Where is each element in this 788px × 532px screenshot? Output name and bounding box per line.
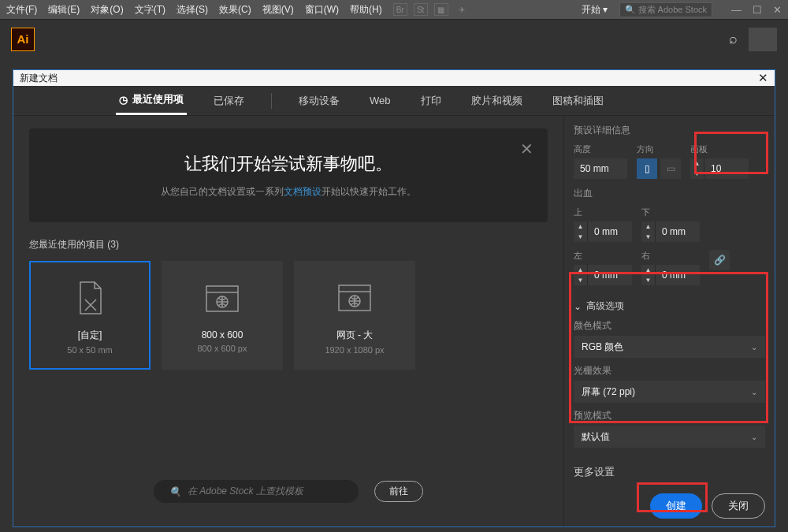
- orient-label: 方向: [637, 143, 681, 155]
- minimize-icon[interactable]: —: [731, 4, 742, 16]
- app-menubar: 文件(F) 编辑(E) 对象(O) 文字(T) 选择(S) 效果(C) 视图(V…: [0, 0, 788, 19]
- bleed-top[interactable]: ▲▼0 mm: [574, 221, 632, 242]
- go-button[interactable]: 前往: [374, 481, 423, 502]
- bleed-label: 出血: [574, 187, 765, 200]
- menu-object[interactable]: 对象(O): [91, 3, 123, 17]
- tab-film[interactable]: 胶片和视频: [468, 87, 526, 114]
- dialog-close-icon[interactable]: ✕: [758, 71, 768, 85]
- dialog-titlebar: 新建文档 ✕: [13, 70, 775, 86]
- maximize-icon[interactable]: ☐: [753, 4, 762, 16]
- doc-presets-link[interactable]: 文档预设: [284, 186, 322, 197]
- chevron-down-icon: ⌄: [751, 343, 757, 352]
- account-box[interactable]: [749, 28, 777, 51]
- preview-select[interactable]: 默认值⌄: [574, 426, 765, 448]
- chevron-down-icon: ⌄: [751, 433, 757, 441]
- app-logo: Ai: [11, 28, 35, 51]
- menu-effect[interactable]: 效果(C): [219, 3, 251, 17]
- chevron-down-icon: ⌄: [574, 301, 582, 312]
- stock-icon[interactable]: St: [414, 3, 428, 16]
- orient-portrait[interactable]: ▯: [637, 158, 657, 179]
- tab-art[interactable]: 图稿和插图: [549, 87, 607, 114]
- bleed-top-label: 上: [574, 206, 632, 218]
- color-mode-label: 颜色模式: [574, 319, 765, 333]
- tab-mobile[interactable]: 移动设备: [296, 87, 343, 114]
- bleed-bottom-label: 下: [641, 206, 700, 218]
- tab-web[interactable]: Web: [366, 88, 394, 113]
- intro-text: 从您自己的文档设置或一系列文档预设开始以快速开始工作。: [61, 185, 516, 199]
- preset-name: [自定]: [78, 329, 102, 342]
- web-doc-icon: [336, 277, 374, 319]
- chevron-down-icon: ⌄: [751, 388, 757, 396]
- close-button[interactable]: 关闭: [712, 493, 765, 519]
- intro-box: ✕ 让我们开始尝试新事物吧。 从您自己的文档设置或一系列文档预设开始以快速开始工…: [29, 128, 548, 222]
- app-header: Ai ⌕: [0, 19, 788, 58]
- tab-recent[interactable]: ◷最近使用项: [116, 86, 187, 115]
- step-up-icon[interactable]: ▲: [690, 158, 704, 169]
- advanced-toggle[interactable]: ⌄ 高级选项: [574, 299, 765, 313]
- preset-web-large[interactable]: 网页 - 大 1920 x 1080 px: [294, 261, 415, 370]
- bleed-right[interactable]: ▲▼0 mm: [641, 265, 700, 285]
- close-window-icon[interactable]: ✕: [773, 4, 782, 16]
- menu-select[interactable]: 选择(S): [177, 3, 208, 17]
- arrange-icon[interactable]: ▦: [434, 3, 448, 16]
- artboard-label: 画板: [690, 143, 749, 155]
- tab-print[interactable]: 打印: [418, 87, 444, 114]
- bridge-icon[interactable]: Br: [393, 3, 407, 16]
- template-search-bar: 🔍 在 Adobe Stock 上查找模板 前往: [29, 469, 548, 514]
- menu-file[interactable]: 文件(F): [6, 3, 37, 17]
- search-icon[interactable]: ⌕: [729, 31, 738, 47]
- web-doc-icon: [203, 277, 241, 320]
- bleed-left-label: 左: [574, 250, 632, 262]
- menu-edit[interactable]: 编辑(E): [48, 3, 80, 17]
- tab-saved[interactable]: 已保存: [210, 87, 247, 114]
- template-search-input[interactable]: 🔍 在 Adobe Stock 上查找模板: [154, 480, 359, 503]
- menu-view[interactable]: 视图(V): [262, 3, 294, 17]
- preset-custom[interactable]: [自定] 50 x 50 mm: [29, 261, 151, 370]
- menu-window[interactable]: 窗口(W): [305, 3, 339, 17]
- preset-name: 网页 - 大: [336, 329, 374, 342]
- menu-help[interactable]: 帮助(H): [350, 3, 382, 17]
- left-panel: ✕ 让我们开始尝试新事物吧。 从您自己的文档设置或一系列文档预设开始以快速开始工…: [13, 116, 563, 526]
- preview-label: 预览模式: [574, 409, 765, 422]
- preset-dim: 1920 x 1080 px: [325, 345, 384, 355]
- dialog-title: 新建文档: [20, 72, 58, 85]
- create-button[interactable]: 创建: [650, 493, 702, 519]
- dialog-tabs: ◷最近使用项 已保存 移动设备 Web 打印 胶片和视频 图稿和插图: [13, 86, 775, 116]
- clock-icon: ◷: [119, 94, 128, 106]
- preset-list: [自定] 50 x 50 mm 800 x 600 800 x 600 px 网…: [29, 261, 548, 370]
- bleed-bottom[interactable]: ▲▼0 mm: [641, 221, 700, 242]
- artboard-stepper[interactable]: ▲▼ 10: [690, 158, 749, 179]
- height-label: 高度: [574, 143, 627, 155]
- bleed-left[interactable]: ▲▼0 mm: [574, 265, 632, 285]
- raster-label: 光栅效果: [574, 364, 765, 378]
- preset-details-panel: 预设详细信息 高度 50 mm 方向 ▯ ▭ 画板 ▲▼: [563, 116, 775, 526]
- send-icon[interactable]: ✈: [455, 3, 469, 16]
- step-down-icon[interactable]: ▼: [690, 169, 704, 179]
- intro-heading: 让我们开始尝试新事物吧。: [61, 152, 516, 176]
- bleed-right-label: 右: [641, 250, 700, 262]
- preset-info-label: 预设详细信息: [574, 124, 765, 137]
- height-input[interactable]: 50 mm: [574, 158, 627, 179]
- preset-800x600[interactable]: 800 x 600 800 x 600 px: [162, 261, 283, 370]
- preset-dim: 50 x 50 mm: [67, 345, 112, 355]
- workspace-switcher[interactable]: 开始 ▾: [582, 3, 608, 17]
- toolbar-icons: Br St ▦ ✈: [393, 3, 469, 16]
- orient-landscape[interactable]: ▭: [660, 158, 681, 179]
- search-icon: 🔍: [169, 486, 181, 497]
- more-settings-link[interactable]: 更多设置: [574, 465, 765, 479]
- menu-type[interactable]: 文字(T): [135, 3, 165, 17]
- color-mode-select[interactable]: RGB 颜色⌄: [574, 336, 765, 358]
- link-bleed-icon[interactable]: 🔗: [709, 250, 730, 270]
- raster-select[interactable]: 屏幕 (72 ppi)⌄: [574, 381, 765, 403]
- preset-name: 800 x 600: [202, 329, 243, 340]
- new-document-dialog: 新建文档 ✕ ◷最近使用项 已保存 移动设备 Web 打印 胶片和视频 图稿和插…: [13, 69, 775, 527]
- recent-items-label: 您最近使用的项目 (3): [29, 238, 548, 251]
- custom-doc-icon: [74, 277, 106, 319]
- stock-search[interactable]: 🔍 搜索 Adobe Stock: [619, 2, 713, 17]
- preset-dim: 800 x 600 px: [198, 344, 247, 353]
- artboard-input[interactable]: 10: [704, 158, 749, 179]
- close-intro-icon[interactable]: ✕: [520, 140, 533, 158]
